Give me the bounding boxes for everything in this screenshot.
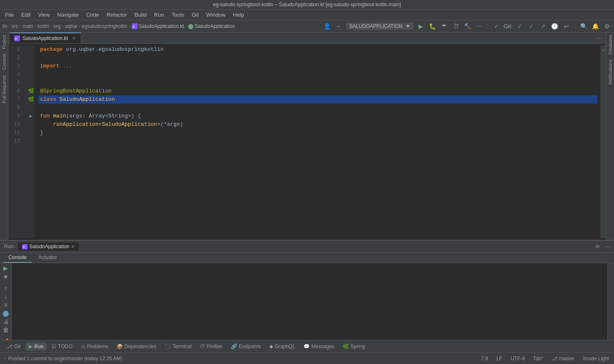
bottom-todo-item[interactable]: ☑ TODO bbox=[48, 342, 75, 351]
menu-tools[interactable]: Tools bbox=[168, 10, 188, 19]
run-tab-close-button[interactable]: ✕ bbox=[71, 244, 75, 249]
tab-actuator[interactable]: Actuator bbox=[33, 253, 62, 263]
breadcrumb-lin[interactable]: lin bbox=[3, 23, 8, 29]
bottom-problems-item[interactable]: ⚠ Problems bbox=[78, 342, 112, 351]
toolbar: lin › src › main › kotlin › org › uqbar … bbox=[0, 20, 614, 32]
debug-button[interactable]: 🐛 bbox=[428, 22, 437, 31]
breadcrumb-filename[interactable]: SaludoApplication.kt bbox=[139, 23, 184, 29]
menu-window[interactable]: Window bbox=[203, 10, 229, 19]
sidebar-item-pullrequests[interactable]: Pull Requests bbox=[1, 72, 8, 106]
git-status-icon[interactable]: ✓ bbox=[492, 22, 501, 31]
menu-run[interactable]: Run bbox=[151, 10, 168, 19]
run-button[interactable]: ▶ bbox=[416, 22, 426, 31]
breadcrumb-uqbar[interactable]: uqbar bbox=[65, 23, 78, 29]
tab-console[interactable]: Console bbox=[3, 253, 32, 263]
git-checkmark[interactable]: ✓ bbox=[515, 22, 524, 31]
bottom-dependencies-item[interactable]: 📦 Dependencies bbox=[113, 342, 160, 351]
notification-icon[interactable]: 🔔 bbox=[591, 22, 600, 31]
run-gutter-9[interactable]: ▶ bbox=[30, 112, 33, 120]
editor-tab-saludoapplication[interactable]: K SaludoApplication.kt ✕ bbox=[10, 32, 81, 43]
cursor-position[interactable]: 7:8 bbox=[479, 355, 490, 362]
git-branch[interactable]: ⎇ master bbox=[550, 355, 576, 362]
run-console-content[interactable] bbox=[12, 263, 607, 340]
code-editor[interactable]: 1 2 3 4 5 6 7 8 9 10 11 12 bbox=[8, 44, 606, 240]
search-everywhere-icon[interactable]: 🔍 bbox=[579, 22, 588, 31]
bottom-endpoints-item[interactable]: 🔗 Endpoints bbox=[228, 342, 264, 351]
git-push-icon[interactable]: ↗ bbox=[539, 22, 548, 31]
bottom-git-item[interactable]: ⎇ Git bbox=[3, 342, 24, 351]
menu-refactor[interactable]: Refactor bbox=[103, 10, 130, 19]
git-bottom-label: Git bbox=[14, 344, 20, 349]
bottom-run-item[interactable]: ▶ Run bbox=[25, 342, 47, 351]
bottom-graphql-item[interactable]: ◆ GraphQL bbox=[266, 342, 298, 351]
tab-more-button[interactable]: ⋯ bbox=[592, 34, 606, 42]
git-checkmark2[interactable]: ✓ bbox=[527, 22, 536, 31]
scroll-up-button[interactable]: ↑ bbox=[1, 285, 10, 292]
menu-navigate[interactable]: Navigate bbox=[54, 10, 82, 19]
bottom-profiler-item[interactable]: ⏱ Profiler bbox=[197, 342, 226, 351]
line-num-7: 7 bbox=[12, 95, 23, 104]
ide-theme[interactable]: Xcode Light bbox=[581, 355, 611, 362]
todo-bottom-label: TODO bbox=[58, 344, 72, 349]
run-tab-saludoapplication[interactable]: K SaludoApplication ✕ bbox=[18, 242, 79, 251]
code-token: args bbox=[69, 112, 82, 120]
sidebar-item-database[interactable]: Database bbox=[607, 32, 614, 57]
scrollbar-area[interactable]: ✓1 bbox=[601, 45, 606, 238]
clear-console-button[interactable]: 🗑 bbox=[1, 327, 10, 333]
bottom-terminal-item[interactable]: ⬛ Terminal bbox=[161, 342, 195, 351]
profiler-bottom-label: Profiler bbox=[207, 344, 223, 349]
back-icon[interactable]: ← bbox=[334, 22, 343, 31]
menu-file[interactable]: File bbox=[2, 10, 17, 19]
indent-info[interactable]: Tab* bbox=[531, 355, 545, 362]
gutter-9: ▶ bbox=[27, 112, 35, 120]
breadcrumb-src[interactable]: src bbox=[12, 23, 18, 29]
more-run-actions[interactable]: ⋯ bbox=[475, 22, 484, 31]
code-content[interactable]: package org.uqbar.egsaludospringkotlin i… bbox=[35, 45, 601, 238]
menu-help[interactable]: Help bbox=[230, 10, 248, 19]
sidebar-item-project[interactable]: Project bbox=[1, 32, 8, 52]
print-button[interactable]: 🖨 bbox=[1, 318, 10, 325]
gutter-5 bbox=[27, 79, 35, 87]
breadcrumb-org[interactable]: org bbox=[53, 23, 60, 29]
run-configuration[interactable]: SALUDOAPPLICATION ▼ bbox=[346, 22, 414, 30]
sidebar-item-commit[interactable]: Commit bbox=[1, 52, 8, 72]
active-process-icon[interactable]: ⬤ bbox=[1, 310, 10, 317]
code-token: SaludoApplication bbox=[60, 95, 115, 104]
menu-git[interactable]: Git bbox=[188, 10, 202, 19]
bottom-spring-item[interactable]: 🌿 Spring bbox=[339, 342, 368, 351]
git-commit-status[interactable]: Pushed 1 commit to origin/master (today … bbox=[8, 356, 122, 362]
rollback-icon[interactable]: ↩ bbox=[562, 22, 571, 31]
code-token: runApplication bbox=[53, 120, 98, 129]
run-stop-button[interactable]: ■ bbox=[1, 273, 10, 280]
bottom-messages-item[interactable]: 💬 Messages bbox=[300, 342, 338, 351]
run-settings-button[interactable]: ⚙ bbox=[595, 244, 600, 249]
run-structure-panel bbox=[607, 263, 614, 340]
spring-boot-gutter-7[interactable]: 🌿 bbox=[28, 95, 34, 104]
coverage-button[interactable]: ☂ bbox=[440, 22, 449, 31]
history-icon[interactable]: 🕐 bbox=[550, 22, 559, 31]
run-restart-button[interactable]: ▶ bbox=[1, 265, 10, 272]
menu-code[interactable]: Code bbox=[83, 10, 103, 19]
git-icon[interactable]: Git: bbox=[504, 22, 513, 31]
soft-wrap-button[interactable]: ≡ bbox=[1, 302, 10, 308]
build-button[interactable]: 🔨 bbox=[463, 22, 472, 31]
encoding[interactable]: UTF-8 bbox=[509, 355, 526, 362]
endpoints-bottom-icon: 🔗 bbox=[231, 344, 237, 349]
run-panel-close-button[interactable]: — bbox=[605, 244, 610, 249]
scroll-down-button[interactable]: ↓ bbox=[1, 293, 10, 300]
profile-button[interactable]: ⏱ bbox=[451, 22, 461, 31]
settings-icon[interactable]: ⚙ bbox=[602, 22, 611, 31]
breadcrumb-pkg[interactable]: egsaludospringkotlin bbox=[82, 23, 127, 29]
team-icon[interactable]: 👤 bbox=[323, 22, 332, 31]
breadcrumb-class[interactable]: SaludoApplication bbox=[195, 23, 235, 29]
spring-boot-gutter-6[interactable]: 🌿 bbox=[28, 87, 34, 95]
breadcrumb-main[interactable]: main bbox=[23, 23, 33, 29]
line-separator[interactable]: LF bbox=[495, 355, 504, 362]
breadcrumb-kotlin[interactable]: kotlin bbox=[38, 23, 49, 29]
line-num-9: 9 bbox=[12, 112, 23, 120]
menu-edit[interactable]: Edit bbox=[18, 10, 34, 19]
menu-build[interactable]: Build bbox=[131, 10, 150, 19]
menu-view[interactable]: View bbox=[35, 10, 53, 19]
tab-close-button[interactable]: ✕ bbox=[72, 36, 76, 41]
sidebar-item-notifications[interactable]: Notifications bbox=[607, 57, 614, 87]
